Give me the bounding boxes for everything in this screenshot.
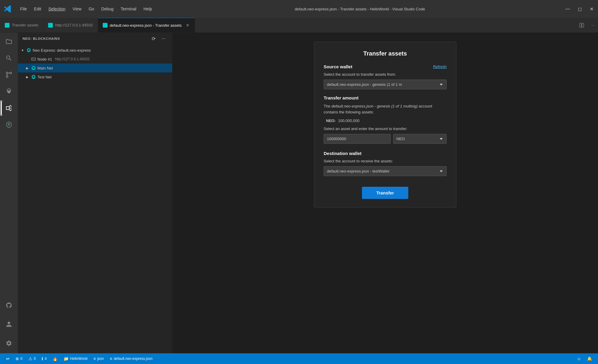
activity-source-control[interactable] <box>1 67 17 83</box>
asset-select[interactable]: NEO GAS <box>393 134 447 144</box>
tree-sublabel-node1: http://127.0.0.1:49332 <box>55 57 90 61</box>
neo-asset-row: NEO: 100,000,000 <box>324 118 447 123</box>
node-icon <box>31 56 36 62</box>
tree-item-test-net[interactable]: ▶ Test Net <box>18 72 172 81</box>
activity-neo[interactable] <box>1 117 17 132</box>
destination-wallet-label: Destination wallet <box>324 151 362 156</box>
info-count: 4 <box>45 357 47 361</box>
statusbar-remote[interactable]: ⇌ <box>3 353 12 364</box>
neo-asset-name: NEO: <box>326 118 336 123</box>
svg-point-3 <box>10 72 12 74</box>
tab-icon-neo-active <box>103 23 107 28</box>
tab-neo-express-active[interactable]: default.neo-express.json - Transfer asse… <box>98 18 195 32</box>
sidebar-refresh-button[interactable]: ⟳ <box>150 35 157 42</box>
source-wallet-helper: Select the account to transfer assets fr… <box>324 72 447 77</box>
statusbar-smiley[interactable]: ☺ <box>574 356 584 361</box>
activity-settings[interactable] <box>1 335 17 351</box>
menu-go[interactable]: Go <box>86 5 97 12</box>
sidebar-header: NEO: BLOCKCHAINS ⟳ ··· <box>18 33 172 45</box>
svg-rect-5 <box>6 107 9 110</box>
menu-debug[interactable]: Debug <box>98 5 116 12</box>
source-wallet-label: Source wallet <box>324 64 352 69</box>
folder-icon: 📁 <box>64 356 69 361</box>
editor-area: Transfer assets Source wallet Refresh Se… <box>172 33 598 353</box>
activity-explorer[interactable] <box>1 34 17 49</box>
sidebar-more-button[interactable]: ··· <box>160 35 167 42</box>
activity-extensions[interactable] <box>1 100 17 116</box>
tab-label-neo-active: default.neo-express.json - Transfer asse… <box>110 23 182 28</box>
smiley-icon: ☺ <box>577 356 581 361</box>
statusbar-warnings[interactable]: ⚠ 0 <box>26 353 39 364</box>
statusbar-folder[interactable]: 📁 HelloWorld <box>61 353 90 364</box>
destination-wallet-select[interactable]: default.neo-express.json - testWallet <box>324 166 447 176</box>
destination-wallet-helper: Select the account to receive the assets… <box>324 159 447 163</box>
statusbar-bell[interactable]: 🔔 <box>584 356 595 361</box>
menu-view[interactable]: View <box>69 5 84 12</box>
vscode-logo-icon <box>4 5 12 13</box>
panel-title: Transfer assets <box>324 50 447 57</box>
tab-transfer-assets[interactable]: Transfer assets <box>0 18 43 32</box>
svg-marker-7 <box>8 123 10 126</box>
window-controls: — ◻ ✕ <box>565 6 594 12</box>
tab-label-transfer: Transfer assets <box>12 23 38 27</box>
transfer-panel: Transfer assets Source wallet Refresh Se… <box>314 42 456 208</box>
menu-selection[interactable]: Selection <box>45 5 69 12</box>
tree-chevron-main-net: ▶ <box>25 66 30 70</box>
minimize-button[interactable]: — <box>565 6 571 12</box>
tree-chevron-test-net: ▶ <box>25 75 30 79</box>
statusbar-right: ☺ 🔔 <box>574 356 595 361</box>
menu-help[interactable]: Help <box>140 5 155 12</box>
restore-button[interactable]: ◻ <box>577 6 583 12</box>
menu-file[interactable]: File <box>17 5 30 12</box>
destination-wallet-header: Destination wallet <box>324 151 447 156</box>
statusbar-flame[interactable]: 🔥 <box>50 353 61 364</box>
refresh-link[interactable]: Refresh <box>433 64 447 69</box>
sidebar-title: NEO: BLOCKCHAINS <box>23 37 60 40</box>
activity-accounts[interactable] <box>1 316 17 332</box>
remote-icon: ⇌ <box>6 356 10 361</box>
tree-item-main-net[interactable]: ▶ Main Net <box>18 64 172 72</box>
window-title: default.neo-express.json - Transfer asse… <box>160 7 559 11</box>
neo-asset-value: 100,000,000 <box>338 118 360 123</box>
warnings-count: 0 <box>34 357 36 361</box>
tab-close-button[interactable]: ✕ <box>185 23 190 28</box>
close-button[interactable]: ✕ <box>588 6 594 12</box>
json-label: json <box>97 357 104 361</box>
neo-json-icon: ≡ <box>110 356 112 361</box>
errors-count: 0 <box>20 357 23 361</box>
tab-split-editor[interactable] <box>576 18 588 32</box>
titlebar: File Edit Selection View Go Debug Termin… <box>0 0 598 18</box>
statusbar-errors[interactable]: ⊗ 0 <box>12 353 26 364</box>
transfer-amount-header: Transfer amount <box>324 95 447 100</box>
svg-point-4 <box>6 72 8 74</box>
statusbar-neo-json[interactable]: ≡ default.neo-express.json <box>107 353 156 364</box>
menu-edit[interactable]: Edit <box>31 5 44 12</box>
tree-item-neo-express-root[interactable]: ▼ Neo Express: default.neo-express <box>18 46 172 55</box>
transfer-button[interactable]: Transfer <box>362 187 408 199</box>
amount-input[interactable] <box>324 134 391 144</box>
errors-icon: ⊗ <box>15 356 19 361</box>
transfer-amount-label: Transfer amount <box>324 95 359 100</box>
tab-more-button[interactable]: ··· <box>588 18 598 32</box>
tree-label-node1: Node #1 <box>37 57 52 61</box>
activity-github[interactable] <box>1 297 17 313</box>
statusbar-info[interactable]: ℹ 4 <box>39 353 50 364</box>
transfer-amount-description: The default.neo-express.json - genesis (… <box>324 103 447 115</box>
info-icon: ℹ <box>42 356 43 361</box>
tree-item-node1[interactable]: ▶ Node #1 http://127.0.0.1:49332 <box>18 55 172 64</box>
activity-debug[interactable] <box>1 84 17 99</box>
sidebar: NEO: BLOCKCHAINS ⟳ ··· ▼ Neo Ex <box>18 33 172 353</box>
activity-search[interactable] <box>1 50 17 66</box>
tab-icon-transfer <box>5 23 10 28</box>
sidebar-actions: ⟳ ··· <box>150 35 167 42</box>
tab-label-localhost: http://127.0.0.1:49332 <box>55 23 93 27</box>
flame-icon: 🔥 <box>53 356 58 361</box>
tree-label-test-net: Test Net <box>37 75 52 79</box>
statusbar-json[interactable]: ≡ json <box>91 353 107 364</box>
tree-label-neo-express: Neo Express: default.neo-express <box>33 48 91 53</box>
json-icon: ≡ <box>94 356 96 361</box>
source-wallet-select[interactable]: default.neo-express.json - genesis (1 of… <box>324 80 447 89</box>
test-net-icon <box>31 74 36 80</box>
menu-terminal[interactable]: Terminal <box>118 5 139 12</box>
tab-localhost[interactable]: http://127.0.0.1:49332 <box>43 18 98 32</box>
